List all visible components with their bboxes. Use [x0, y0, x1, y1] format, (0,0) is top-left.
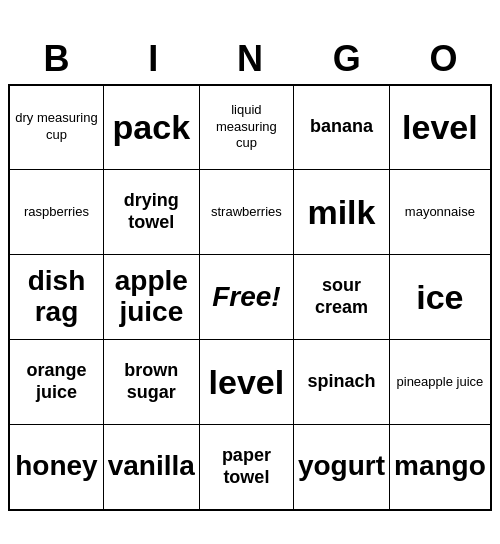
- cell-2-1: apple juice: [103, 255, 199, 340]
- header-letter-i: I: [105, 34, 202, 84]
- cell-0-1: pack: [103, 85, 199, 170]
- grid-row-1: raspberriesdrying towelstrawberriesmilkm…: [9, 170, 491, 255]
- cell-2-4: ice: [390, 255, 491, 340]
- cell-4-3: yogurt: [293, 425, 389, 510]
- cell-0-4: level: [390, 85, 491, 170]
- cell-3-4: pineapple juice: [390, 340, 491, 425]
- grid-row-2: dish ragapple juiceFree!sour creamice: [9, 255, 491, 340]
- header-letter-g: G: [298, 34, 395, 84]
- cell-4-2: paper towel: [199, 425, 293, 510]
- cell-4-1: vanilla: [103, 425, 199, 510]
- cell-4-0: honey: [9, 425, 103, 510]
- cell-0-3: banana: [293, 85, 389, 170]
- grid-row-3: orange juicebrown sugarlevelspinachpinea…: [9, 340, 491, 425]
- bingo-header: BINGO: [8, 34, 492, 84]
- cell-3-2: level: [199, 340, 293, 425]
- header-letter-o: O: [395, 34, 492, 84]
- grid-row-0: dry measuring cuppackliquid measuring cu…: [9, 85, 491, 170]
- cell-0-2: liquid measuring cup: [199, 85, 293, 170]
- cell-3-3: spinach: [293, 340, 389, 425]
- cell-0-0: dry measuring cup: [9, 85, 103, 170]
- cell-1-4: mayonnaise: [390, 170, 491, 255]
- cell-2-3: sour cream: [293, 255, 389, 340]
- cell-2-2: Free!: [199, 255, 293, 340]
- bingo-grid: dry measuring cuppackliquid measuring cu…: [8, 84, 492, 511]
- cell-1-3: milk: [293, 170, 389, 255]
- cell-1-2: strawberries: [199, 170, 293, 255]
- cell-1-1: drying towel: [103, 170, 199, 255]
- grid-row-4: honeyvanillapaper towelyogurtmango: [9, 425, 491, 510]
- cell-3-1: brown sugar: [103, 340, 199, 425]
- cell-4-4: mango: [390, 425, 491, 510]
- cell-2-0: dish rag: [9, 255, 103, 340]
- cell-3-0: orange juice: [9, 340, 103, 425]
- cell-1-0: raspberries: [9, 170, 103, 255]
- header-letter-b: B: [8, 34, 105, 84]
- header-letter-n: N: [202, 34, 299, 84]
